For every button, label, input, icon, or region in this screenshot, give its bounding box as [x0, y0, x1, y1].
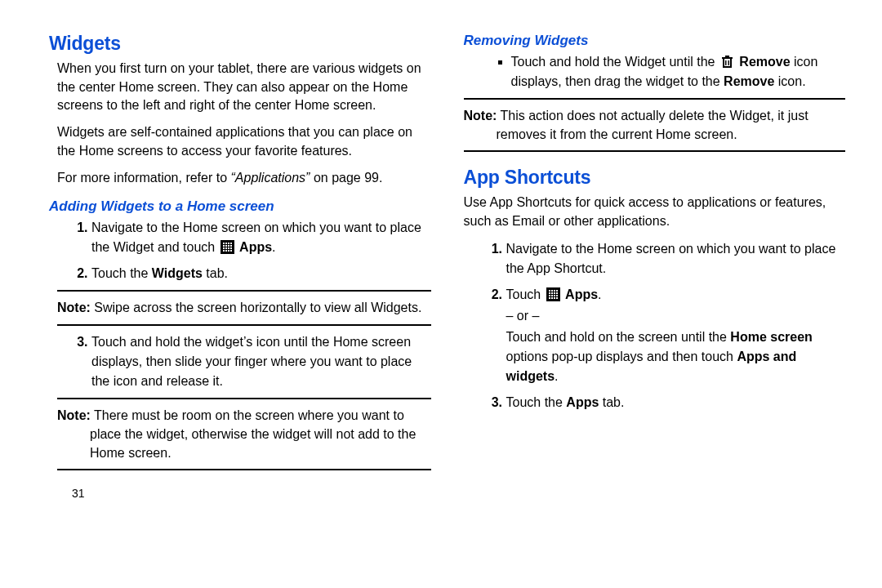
svg-rect-32	[556, 292, 558, 294]
svg-rect-33	[549, 295, 550, 296]
removing-widgets-heading: Removing Widgets	[464, 33, 846, 49]
rem1b: Remove	[739, 55, 790, 69]
svg-rect-21	[723, 66, 732, 68]
right-column: Removing Widgets Touch and hold the Widg…	[464, 33, 846, 572]
divider	[464, 98, 846, 100]
widgets-intro-1: When you first turn on your tablet, ther…	[49, 60, 431, 115]
widgets-heading: Widgets	[49, 33, 431, 55]
svg-rect-38	[551, 297, 553, 299]
trash-icon	[720, 55, 734, 69]
svg-rect-5	[223, 245, 225, 247]
apps-label: Apps	[239, 240, 272, 254]
svg-rect-8	[230, 245, 232, 247]
divider	[57, 324, 431, 326]
adding-step-2: Touch the Widgets tab.	[91, 264, 431, 283]
svg-rect-34	[551, 295, 553, 296]
svg-rect-11	[228, 247, 229, 249]
divider	[57, 398, 431, 399]
s3b: Apps	[566, 395, 599, 409]
svg-rect-9	[223, 247, 225, 249]
svg-rect-13	[223, 250, 225, 252]
svg-rect-16	[230, 250, 232, 252]
s3c: tab.	[599, 395, 624, 409]
adding-step-1: Navigate to the Home screen on which you…	[91, 218, 431, 257]
svg-rect-1	[223, 243, 225, 244]
step2-c: tab.	[203, 266, 228, 280]
adding-steps-cont: Touch and hold the widget’s icon until t…	[49, 332, 431, 391]
s2b3: options pop-up displays and then touch	[506, 350, 737, 363]
or-separator: – or –	[506, 306, 846, 326]
divider	[464, 150, 846, 152]
note2-text: There must be room on the screen where y…	[90, 408, 416, 460]
apps-grid-icon	[220, 240, 234, 254]
svg-rect-31	[554, 292, 555, 294]
divider	[57, 469, 431, 470]
widgets-more-info: For more information, refer to “Applicat…	[49, 169, 431, 188]
s2-apps: Apps	[565, 287, 598, 301]
widgets-intro-2: Widgets are self-contained applications …	[49, 123, 431, 160]
svg-rect-23	[728, 60, 729, 65]
removing-step-1: Touch and hold the Widget until the Remo…	[511, 52, 846, 91]
svg-rect-26	[551, 290, 553, 292]
divider	[57, 290, 431, 292]
shortcut-step-2: Touch Apps. – or – Touch and hold on the…	[506, 285, 846, 386]
s2b1: Touch and hold on the screen until the	[506, 330, 731, 344]
svg-rect-6	[225, 245, 227, 247]
svg-rect-0	[220, 240, 234, 254]
note1-prefix: Note:	[57, 301, 91, 314]
more-info-suffix: on page 99.	[310, 171, 382, 185]
svg-rect-27	[554, 290, 555, 292]
shortcut-step-3: Touch the Apps tab.	[506, 393, 846, 412]
svg-rect-18	[725, 56, 729, 57]
step1-dot: .	[272, 240, 275, 254]
step2-b: Widgets	[152, 266, 203, 280]
page: Widgets When you first turn on your tabl…	[0, 0, 882, 588]
svg-rect-39	[554, 297, 555, 299]
svg-rect-14	[225, 250, 227, 252]
removing-steps: Touch and hold the Widget until the Remo…	[464, 52, 846, 91]
svg-rect-19	[723, 59, 724, 67]
adding-steps: Navigate to the Home screen on which you…	[49, 218, 431, 283]
svg-rect-4	[230, 243, 232, 244]
svg-rect-20	[730, 59, 732, 67]
rem1d: Remove	[724, 74, 774, 88]
svg-rect-37	[549, 297, 550, 299]
svg-rect-12	[230, 247, 232, 249]
apps-grid-icon	[546, 287, 560, 301]
step2-a: Touch the	[91, 266, 152, 280]
note-swipe: Note: Swipe across the screen horizontal…	[49, 298, 431, 317]
svg-rect-7	[228, 245, 229, 247]
note2-prefix: Note:	[57, 408, 91, 422]
svg-rect-30	[551, 292, 553, 294]
s2b2: Home screen	[730, 330, 813, 344]
left-column: Widgets When you first turn on your tabl…	[49, 33, 431, 572]
svg-rect-17	[722, 57, 733, 59]
app-shortcuts-intro: Use App Shortcuts for quick access to ap…	[464, 194, 846, 230]
svg-rect-25	[549, 290, 550, 292]
rem1e: icon.	[774, 74, 805, 88]
more-info-prefix: For more information, refer to	[57, 171, 231, 185]
noteR-text: This action does not actually delete the…	[497, 109, 808, 141]
svg-rect-29	[549, 292, 550, 294]
svg-rect-10	[225, 247, 227, 249]
adding-widgets-heading: Adding Widgets to a Home screen	[49, 198, 431, 215]
s2b5: .	[555, 369, 558, 383]
svg-rect-15	[228, 250, 229, 252]
s2a: Touch	[506, 287, 545, 301]
svg-rect-22	[725, 60, 727, 65]
note-room: Note: There must be room on the screen w…	[49, 406, 431, 463]
s3a: Touch the	[506, 395, 567, 409]
note1-text: Swipe across the screen horizontally to …	[91, 301, 422, 314]
adding-step-3: Touch and hold the widget’s icon until t…	[91, 332, 431, 391]
rem1a: Touch and hold the Widget until the	[511, 55, 719, 69]
shortcut-step-1: Navigate to the Home screen on which you…	[506, 239, 846, 278]
svg-rect-3	[228, 243, 229, 244]
svg-rect-35	[554, 295, 555, 296]
page-number: 31	[49, 487, 431, 500]
s2-dot: .	[598, 287, 601, 301]
svg-rect-24	[546, 287, 560, 301]
note-remove: Note: This action does not actually dele…	[464, 106, 846, 144]
svg-rect-2	[225, 243, 227, 244]
svg-rect-36	[556, 295, 558, 296]
more-info-link: “Applications”	[231, 171, 310, 185]
